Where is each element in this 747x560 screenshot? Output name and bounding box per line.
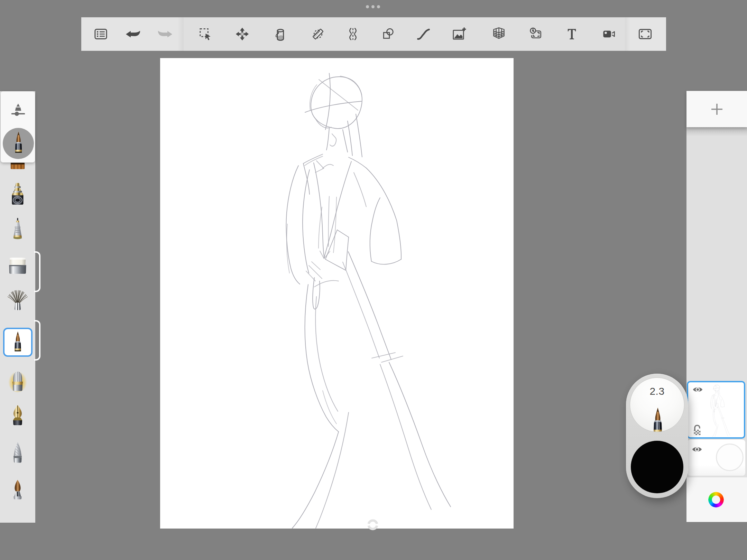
color-puck[interactable]: [631, 441, 683, 493]
chisel-cone-brush-image: [10, 441, 25, 464]
fill-tool-button[interactable]: [269, 17, 291, 51]
layer-visibility-eye-icon[interactable]: [692, 385, 703, 394]
layer-visibility-eye-icon[interactable]: [692, 445, 702, 454]
fullscreen-icon: [637, 26, 653, 42]
window-drag-handle[interactable]: [366, 5, 380, 8]
drag-dot: [377, 5, 380, 8]
text-tool-icon: [564, 26, 580, 42]
brush-group-bracket: [34, 251, 40, 292]
brush-size-value: 2.3: [630, 385, 684, 397]
ruler-icon: [310, 26, 326, 42]
add-image-icon: [451, 26, 467, 42]
menu-icon: [93, 26, 109, 42]
drag-dot: [366, 5, 369, 8]
video-camera-icon: [601, 26, 617, 42]
layer-sketch-selected[interactable]: [687, 381, 745, 439]
time-lapse-button[interactable]: [524, 17, 546, 51]
puck-brush-image: [648, 407, 667, 432]
symmetry-icon: [345, 26, 361, 42]
brush-fan[interactable]: [0, 290, 35, 310]
record-button[interactable]: [598, 17, 620, 51]
fineliner-pen-image: [11, 217, 25, 240]
paint-bucket-icon: [272, 26, 288, 42]
perspective-button[interactable]: [488, 17, 510, 51]
layer-unlocked-icon[interactable]: [693, 424, 702, 436]
brush-flat-glow[interactable]: [0, 370, 35, 393]
redo-button[interactable]: [154, 17, 176, 51]
symmetry-tool-button[interactable]: [342, 17, 364, 51]
background-layer-thumbnail: [716, 444, 744, 471]
brush-size-slider-icon[interactable]: [9, 101, 28, 120]
active-brush-popover: [1, 91, 35, 162]
text-tool-button[interactable]: [561, 17, 583, 51]
marquee-select-icon: [197, 26, 213, 42]
import-image-button[interactable]: [448, 17, 470, 51]
color-section: [686, 477, 747, 522]
active-brush-image: [12, 126, 25, 160]
brush-small-round[interactable]: [0, 479, 35, 500]
redo-arrow-icon: [157, 26, 173, 42]
color-wheel-button[interactable]: [708, 492, 724, 507]
guides-tool-button[interactable]: [307, 17, 329, 51]
airbrush-image: [9, 182, 27, 205]
layer-background[interactable]: [688, 440, 745, 476]
stroke-curve-icon: [415, 26, 432, 42]
perspective-grid-icon: [491, 26, 507, 42]
time-lapse-icon: [527, 26, 544, 42]
round-paintbrush-image: [12, 331, 24, 354]
undo-button[interactable]: [122, 17, 144, 51]
brush-fountain-pen-nib[interactable]: [0, 404, 35, 426]
add-layer-button[interactable]: [710, 102, 724, 116]
menu-button[interactable]: [90, 17, 112, 51]
brush-flat-wood-clipped[interactable]: [10, 162, 25, 169]
shapes-tool-button[interactable]: [377, 17, 399, 51]
main-toolbar: [81, 17, 666, 51]
brush-airbrush[interactable]: [0, 182, 35, 205]
brush-chisel-cone[interactable]: [0, 441, 35, 464]
layers-header: [686, 91, 747, 127]
undo-arrow-icon: [125, 26, 141, 42]
brush-palette: [0, 91, 35, 523]
move-arrows-icon: [234, 26, 250, 42]
brush-fineliner-pen[interactable]: [0, 217, 35, 240]
drag-dot: [371, 5, 375, 8]
drawing-canvas[interactable]: [160, 58, 514, 529]
active-brush-button[interactable]: [3, 128, 34, 159]
shapes-icon: [380, 26, 396, 42]
brush-group-bracket: [34, 320, 40, 361]
brush-color-puck: 2.3: [626, 374, 688, 498]
flat-glow-brush-image: [8, 370, 27, 393]
canvas-corner-ring-icon[interactable]: [367, 519, 380, 532]
fan-brush-image: [7, 290, 29, 310]
fullscreen-button[interactable]: [634, 17, 656, 51]
predictive-stroke-button[interactable]: [412, 17, 434, 51]
select-tool-button[interactable]: [194, 17, 216, 51]
fountain-pen-nib-image: [9, 404, 26, 426]
brush-round-paintbrush-selected[interactable]: [3, 328, 33, 357]
eraser-image: [8, 256, 27, 274]
brush-eraser[interactable]: [0, 256, 35, 274]
figure-sketch: [160, 58, 514, 529]
brush-size-puck[interactable]: 2.3: [630, 377, 684, 432]
transform-tool-button[interactable]: [231, 17, 253, 51]
small-round-brush-image: [11, 479, 25, 500]
